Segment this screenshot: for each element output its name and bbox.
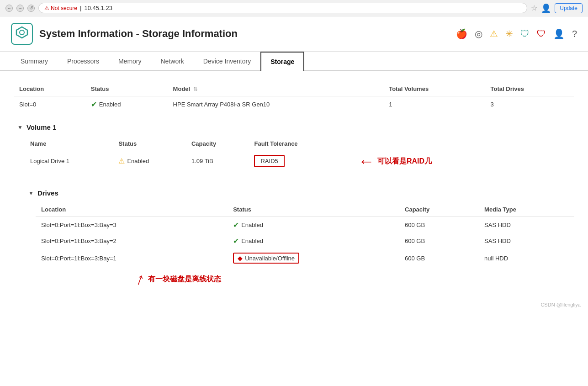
sort-icon-model[interactable]: ⇅ [193, 86, 197, 92]
vol-col-name: Name [25, 137, 113, 151]
drv-cell-status-2: ◆ Unavailable/Offline [228, 249, 399, 267]
nav-tabs: Summary Processors Memory Network Device… [0, 52, 588, 71]
help-icon[interactable]: ? [572, 29, 577, 39]
status-enabled-badge: ✔ Enabled [91, 100, 162, 109]
col-location: Location [14, 82, 85, 96]
offline-annotation-text: 有一块磁盘是离线状态 [148, 275, 221, 284]
logo-icon [15, 25, 29, 42]
target-icon[interactable]: ◎ [475, 28, 482, 39]
drv-col-status: Status [228, 202, 399, 217]
url-text: 10.45.1.23 [84, 5, 112, 11]
table-row: Slot=0:Port=1I:Box=3:Bay=3 ✔ Enabled 600… [36, 217, 574, 233]
drv-cell-status-0: ✔ Enabled [228, 217, 399, 233]
drv-cell-location-0: Slot=0:Port=1I:Box=3:Bay=3 [36, 217, 228, 233]
app-logo [11, 23, 33, 45]
volume-table: Name Status Capacity Fault Tolerance Log… [25, 137, 344, 171]
header-icon-group: 🍎 ◎ ⚠ ✳ 🛡 🛡 👤 ? [456, 28, 577, 39]
apple-icon[interactable]: 🍎 [456, 28, 467, 39]
cell-total-drives: 3 [485, 96, 574, 113]
volume-section-header: ▼ Volume 1 [14, 123, 574, 131]
table-row: Logical Drive 1 ⚠ Enabled 1.09 TiB RAID5 [25, 151, 344, 171]
drv-cell-status-1: ✔ Enabled [228, 233, 399, 249]
drv-cell-media-0: SAS HDD [479, 217, 574, 233]
drives-table-header-row: Location Status Capacity Media Type [36, 202, 574, 217]
tab-memory[interactable]: Memory [109, 52, 151, 70]
table-row: Slot=0 ✔ Enabled HPE Smart Array P408i-a… [14, 96, 574, 113]
drives-subsection: Location Status Capacity Media Type Slot… [25, 202, 574, 287]
browser-chrome: ← → ↺ ⚠ Not secure | 10.45.1.23 ☆ 👤 Upda… [0, 0, 588, 16]
svg-marker-0 [16, 27, 27, 38]
app-title: System Information - Storage Information [39, 28, 238, 40]
offline-dot-2: ◆ [238, 254, 243, 262]
drv-cell-media-1: SAS HDD [479, 233, 574, 249]
cell-model: HPE Smart Array P408i-a SR Gen10 [168, 96, 384, 113]
drv-cell-capacity-1: 600 GB [399, 233, 479, 249]
cell-location: Slot=0 [14, 96, 85, 113]
cell-status: ✔ Enabled [85, 96, 168, 113]
refresh-button[interactable]: ↺ [27, 5, 35, 12]
drives-table: Location Status Capacity Media Type Slot… [36, 202, 574, 267]
raid-annotation-text: 可以看是RAID几 [377, 157, 432, 166]
storage-controllers-table: Location Status Model ⇅ Total Volumes To… [14, 82, 574, 112]
not-secure-indicator: ⚠ Not secure [44, 5, 77, 11]
volume-subsection: Name Status Capacity Fault Tolerance Log… [14, 137, 574, 182]
watermark: CSDN @lilengliya [0, 298, 588, 311]
storage-table-header-row: Location Status Model ⇅ Total Volumes To… [14, 82, 574, 96]
vol-cell-capacity: 1.09 TiB [186, 151, 249, 171]
shield-green-icon[interactable]: 🛡 [520, 29, 530, 39]
col-status: Status [85, 82, 168, 96]
svg-point-1 [20, 30, 24, 35]
warning-icon: ⚠ [44, 5, 49, 11]
volume-chevron-icon[interactable]: ▼ [17, 124, 23, 131]
tab-processors[interactable]: Processors [58, 52, 109, 70]
drv-col-location: Location [36, 202, 228, 217]
address-bar[interactable]: ⚠ Not secure | 10.45.1.23 [38, 3, 527, 13]
drv-cell-capacity-0: 600 GB [399, 217, 479, 233]
tab-storage[interactable]: Storage [260, 52, 304, 71]
tab-summary[interactable]: Summary [11, 52, 58, 70]
drv-col-capacity: Capacity [399, 202, 479, 217]
col-model: Model ⇅ [168, 82, 384, 96]
profile-icon[interactable]: 👤 [541, 3, 551, 13]
drv-col-media-type: Media Type [479, 202, 574, 217]
tab-device-inventory[interactable]: Device Inventory [194, 52, 260, 70]
forward-button[interactable]: → [16, 5, 24, 12]
status-warn-badge: ⚠ Enabled [118, 157, 180, 165]
vol-cell-status: ⚠ Enabled [113, 151, 186, 171]
enabled-dot-1: ✔ [233, 237, 239, 245]
enabled-dot-0: ✔ [233, 221, 239, 229]
tab-network[interactable]: Network [151, 52, 194, 70]
drv-cell-media-2: null HDD [479, 249, 574, 267]
main-content: Location Status Model ⇅ Total Volumes To… [0, 71, 588, 298]
volume-table-header-row: Name Status Capacity Fault Tolerance [25, 137, 344, 151]
drv-cell-location-1: Slot=0:Port=1I:Box=3:Bay=2 [36, 233, 228, 249]
table-row: Slot=0:Port=1I:Box=3:Bay=1 ◆ Unavailable… [36, 249, 574, 267]
update-button[interactable]: Update [555, 3, 583, 13]
table-row: Slot=0:Port=1I:Box=3:Bay=2 ✔ Enabled 600… [36, 233, 574, 249]
status-offline-2: ◆ Unavailable/Offline [233, 253, 299, 264]
col-total-volumes: Total Volumes [383, 82, 485, 96]
warning-header-icon[interactable]: ⚠ [490, 28, 498, 39]
person-icon[interactable]: 👤 [553, 28, 565, 39]
offline-annotation: ↑ 有一块磁盘是离线状态 [36, 271, 574, 287]
warn-dot-icon: ⚠ [118, 157, 125, 165]
drives-container: ▼ Drives Location Status Capacity Media … [14, 189, 574, 287]
logo-title-group: System Information - Storage Information [11, 23, 238, 45]
sun-icon[interactable]: ✳ [505, 28, 513, 39]
enabled-dot-icon: ✔ [91, 100, 97, 109]
raid-badge: RAID5 [254, 155, 284, 167]
col-total-drives: Total Drives [485, 82, 574, 96]
shield-red-icon[interactable]: 🛡 [537, 29, 546, 39]
drv-cell-capacity-2: 600 GB [399, 249, 479, 267]
volume-section-title: Volume 1 [26, 123, 57, 131]
status-enabled-1: ✔ Enabled [233, 237, 394, 245]
vol-col-status: Status [113, 137, 186, 151]
url-separator: | [80, 5, 81, 11]
drives-chevron-icon[interactable]: ▼ [28, 190, 34, 196]
raid-arrow-icon: ← [358, 153, 375, 169]
bookmark-icon[interactable]: ☆ [531, 4, 537, 12]
raid-annotation: ← 可以看是RAID几 [358, 153, 432, 169]
offline-arrow-icon: ↑ [133, 270, 147, 288]
back-button[interactable]: ← [5, 5, 13, 12]
cell-total-volumes: 1 [383, 96, 485, 113]
